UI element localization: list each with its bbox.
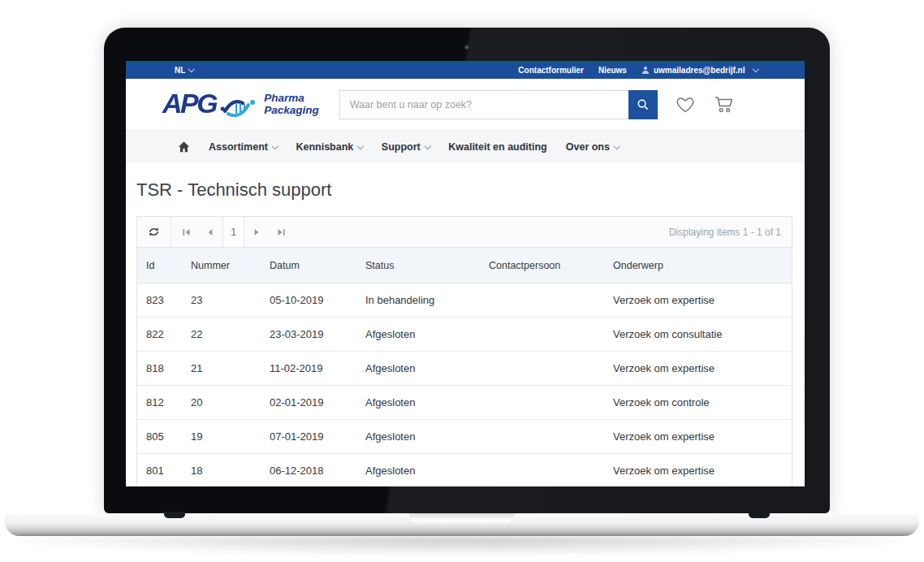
- cell-datum: 23-03-2019: [261, 318, 356, 352]
- cell-nummer: 20: [182, 386, 261, 420]
- language-label: NL: [175, 66, 185, 75]
- table-row[interactable]: 822 22 23-03-2019 Afgesloten Verzoek om …: [137, 318, 792, 352]
- table-row[interactable]: 805 19 07-01-2019 Afgesloten Verzoek om …: [137, 420, 792, 454]
- logo-brand-text: Pharma Packaging: [264, 93, 319, 117]
- prev-page-button[interactable]: [198, 217, 222, 247]
- nav-label: Over ons: [566, 141, 610, 153]
- column-header-status[interactable]: Status: [356, 248, 480, 283]
- cart-button[interactable]: [713, 94, 736, 115]
- page-title: TSR - Technisch support: [136, 178, 792, 202]
- cell-nummer: 23: [182, 283, 261, 318]
- next-page-button[interactable]: [244, 217, 269, 247]
- top-bar: NL Contactformulier Nieuws uwmailadres@b…: [126, 61, 805, 79]
- table-row[interactable]: 823 23 05-10-2019 In behandeling Verzoek…: [137, 283, 792, 318]
- refresh-icon: [148, 227, 160, 237]
- logo-brand-line1: Pharma: [264, 92, 304, 104]
- person-icon: [641, 66, 650, 74]
- cell-nummer: 19: [182, 420, 261, 454]
- cell-onderwerp: Verzoek om expertise: [604, 283, 792, 318]
- dna-helix-icon: [220, 94, 259, 119]
- cell-status: Afgesloten: [356, 318, 480, 352]
- nav-home[interactable]: [178, 141, 190, 153]
- search-group: [339, 90, 658, 119]
- laptop-bezel: NL Contactformulier Nieuws uwmailadres@b…: [104, 28, 830, 513]
- tsr-grid: 1 Displaying ite: [136, 216, 792, 486]
- cell-contactpersoon: [480, 318, 604, 352]
- search-input[interactable]: [339, 90, 628, 119]
- column-header-datum[interactable]: Datum: [261, 248, 356, 283]
- cell-id: 801: [137, 454, 182, 487]
- account-menu[interactable]: uwmailadres@bedrijf.nl: [641, 66, 758, 75]
- laptop-reflection: [24, 537, 900, 555]
- pager: 1: [174, 217, 293, 247]
- cell-onderwerp: Verzoek om expertise: [604, 352, 792, 386]
- nav-label: Kwaliteit en auditing: [448, 141, 547, 153]
- chevron-down-icon: [425, 143, 431, 149]
- first-page-button[interactable]: [174, 217, 198, 247]
- language-selector[interactable]: NL: [175, 66, 194, 75]
- search-button[interactable]: [628, 90, 658, 119]
- cell-status: Afgesloten: [356, 386, 480, 420]
- chevron-down-icon: [752, 66, 758, 72]
- refresh-button[interactable]: [137, 217, 171, 247]
- cell-datum: 07-01-2019: [261, 420, 356, 454]
- table-row[interactable]: 801 18 06-12-2018 Afgesloten Verzoek om …: [137, 454, 792, 487]
- column-header-id[interactable]: Id: [137, 248, 182, 283]
- cell-nummer: 18: [182, 454, 261, 487]
- site-header: APG Pharma Packaging: [126, 79, 805, 130]
- cell-datum: 05-10-2019: [261, 283, 356, 318]
- table-header-row: Id Nummer Datum Status Contactpersoon On…: [137, 248, 792, 283]
- nav-item-assortiment[interactable]: Assortiment: [209, 141, 277, 153]
- heart-icon: [675, 95, 696, 115]
- table-row[interactable]: 812 20 02-01-2019 Afgesloten Verzoek om …: [137, 386, 792, 420]
- laptop-base: [5, 513, 919, 536]
- nav-item-kennisbank[interactable]: Kennisbank: [296, 141, 362, 153]
- logo-brand-line2: Packaging: [264, 104, 319, 116]
- cell-nummer: 21: [182, 352, 261, 386]
- cell-id: 823: [137, 283, 182, 318]
- cell-onderwerp: Verzoek om expertise: [604, 420, 792, 454]
- nav-item-over-ons[interactable]: Over ons: [566, 141, 620, 153]
- chevron-down-icon: [357, 143, 364, 149]
- current-page-indicator[interactable]: 1: [222, 217, 244, 247]
- last-page-button[interactable]: [269, 217, 293, 247]
- cell-datum: 02-01-2019: [261, 386, 356, 420]
- cell-status: Afgesloten: [356, 352, 480, 386]
- topbar-link-contactformulier[interactable]: Contactformulier: [518, 66, 584, 75]
- nav-label: Assortiment: [209, 141, 268, 153]
- cell-status: In behandeling: [356, 283, 480, 318]
- last-page-icon: [277, 228, 286, 236]
- chevron-down-icon: [272, 143, 278, 149]
- laptop-screen: NL Contactformulier Nieuws uwmailadres@b…: [126, 61, 805, 486]
- cell-contactpersoon: [480, 386, 604, 420]
- cell-status: Afgesloten: [356, 454, 480, 487]
- topbar-link-nieuws[interactable]: Nieuws: [598, 66, 627, 75]
- chevron-down-icon: [188, 66, 195, 72]
- cell-onderwerp: Verzoek om consultatie: [604, 318, 792, 352]
- cell-contactpersoon: [480, 454, 604, 487]
- cell-onderwerp: Verzoek om expertise: [604, 454, 792, 487]
- cell-id: 812: [137, 386, 182, 420]
- column-header-nummer[interactable]: Nummer: [182, 248, 261, 283]
- page-content: TSR - Technisch support: [126, 178, 805, 486]
- cell-datum: 11-02-2019: [261, 352, 356, 386]
- wishlist-button[interactable]: [675, 95, 696, 115]
- webcam-icon: [464, 45, 470, 50]
- nav-item-kwaliteit-en-auditing[interactable]: Kwaliteit en auditing: [448, 141, 547, 153]
- table-row[interactable]: 818 21 11-02-2019 Afgesloten Verzoek om …: [137, 352, 792, 386]
- home-icon: [178, 141, 190, 153]
- cell-contactpersoon: [480, 352, 604, 386]
- site-logo[interactable]: APG Pharma Packaging: [162, 89, 319, 120]
- nav-item-support[interactable]: Support: [382, 141, 430, 153]
- hinge-tab: [164, 512, 185, 518]
- cell-id: 818: [137, 352, 182, 386]
- next-page-icon: [253, 228, 261, 236]
- main-nav: Assortiment Kennisbank Support Kwaliteit…: [126, 130, 805, 163]
- column-header-contactpersoon[interactable]: Contactpersoon: [480, 248, 604, 283]
- nav-label: Kennisbank: [296, 141, 353, 153]
- cell-status: Afgesloten: [356, 420, 480, 454]
- cell-nummer: 22: [182, 318, 261, 352]
- cell-id: 805: [137, 420, 182, 454]
- column-header-onderwerp[interactable]: Onderwerp: [604, 248, 792, 283]
- prev-page-icon: [206, 228, 214, 236]
